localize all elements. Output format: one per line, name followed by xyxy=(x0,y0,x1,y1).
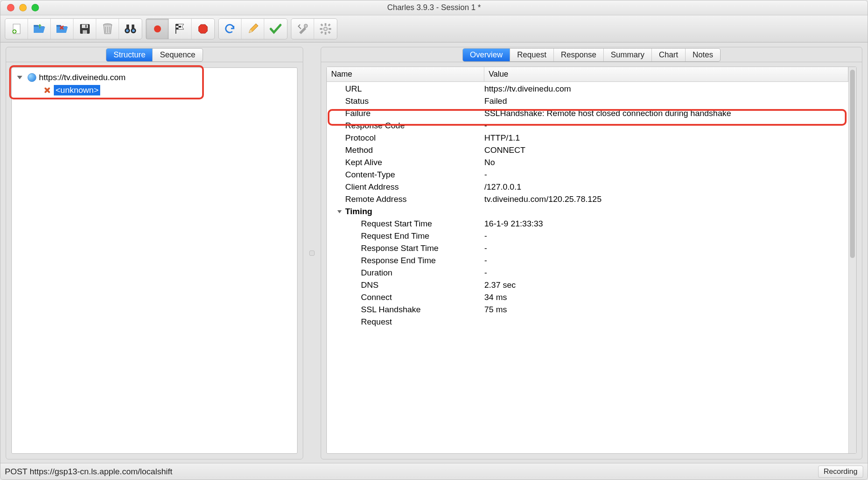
tab-request[interactable]: Request xyxy=(510,49,554,61)
scrollbar-thumb[interactable] xyxy=(850,70,855,258)
split-handle[interactable] xyxy=(308,47,316,459)
tab-overview[interactable]: Overview xyxy=(463,49,510,61)
key-status: Status xyxy=(327,96,484,106)
close-window-button[interactable] xyxy=(7,4,14,11)
svg-marker-14 xyxy=(199,25,207,33)
key-content-type: Content-Type xyxy=(327,170,484,180)
row-response-start-time[interactable]: Response Start Time- xyxy=(327,242,848,254)
key-timing: Timing xyxy=(345,207,372,216)
val-response-end-time: - xyxy=(484,256,848,265)
tab-notes[interactable]: Notes xyxy=(686,49,720,61)
key-response-end-time: Response End Time xyxy=(327,256,484,265)
row-status[interactable]: StatusFailed xyxy=(327,95,848,107)
tab-chart[interactable]: Chart xyxy=(652,49,686,61)
row-protocol[interactable]: ProtocolHTTP/1.1 xyxy=(327,132,848,144)
row-remote-address[interactable]: Remote Addresstv.diveinedu.com/120.25.78… xyxy=(327,193,848,205)
key-kept-alive: Kept Alive xyxy=(327,158,484,167)
find-button[interactable] xyxy=(119,19,142,39)
row-duration[interactable]: Duration- xyxy=(327,267,848,279)
right-panel: Overview Request Response Summary Chart … xyxy=(321,47,862,459)
val-request-start-time: 16-1-9 21:33:33 xyxy=(484,219,848,229)
row-response-end-time[interactable]: Response End Time- xyxy=(327,254,848,267)
row-timing[interactable]: Timing xyxy=(327,205,848,218)
disclosure-icon[interactable] xyxy=(337,210,342,213)
svg-point-12 xyxy=(132,29,135,32)
save-icon xyxy=(78,22,91,35)
svg-rect-10 xyxy=(132,25,134,29)
tab-response[interactable]: Response xyxy=(554,49,604,61)
compose-button[interactable] xyxy=(242,19,264,39)
throttle-button[interactable] xyxy=(169,19,192,39)
app-window: Charles 3.9.3 - Session 1 * xyxy=(0,0,868,480)
settings-button[interactable] xyxy=(314,19,337,39)
toolbar xyxy=(0,15,868,42)
svg-point-11 xyxy=(126,29,129,32)
svg-rect-17 xyxy=(325,23,326,26)
record-button[interactable] xyxy=(146,19,169,39)
row-request-end-time[interactable]: Request End Time- xyxy=(327,230,848,242)
refresh-icon xyxy=(224,22,237,35)
left-tabbar: Structure Sequence xyxy=(6,47,303,62)
content-area: Structure Sequence https://tv.diveinedu.… xyxy=(0,42,868,463)
svg-rect-20 xyxy=(329,28,331,30)
row-request-start-time[interactable]: Request Start Time16-1-9 21:33:33 xyxy=(327,218,848,230)
overview-body: Name Value URLhttps://tv.diveinedu.com S… xyxy=(326,67,857,454)
row-request-timing[interactable]: Request xyxy=(327,316,848,328)
val-kept-alive: No xyxy=(484,158,848,167)
tab-summary[interactable]: Summary xyxy=(604,49,652,61)
trash-icon xyxy=(101,22,114,35)
breakpoints-button[interactable] xyxy=(192,19,214,39)
check-icon xyxy=(269,22,282,35)
window-controls xyxy=(0,4,39,11)
left-panel: Structure Sequence https://tv.diveinedu.… xyxy=(6,47,303,459)
status-text: POST https://gsp13-cn.ls.apple.com/local… xyxy=(5,467,172,476)
row-connect[interactable]: Connect34 ms xyxy=(327,291,848,304)
pencil-icon xyxy=(246,22,259,35)
record-icon xyxy=(151,22,164,35)
tab-structure[interactable]: Structure xyxy=(106,49,153,61)
clear-session-button[interactable] xyxy=(96,19,119,39)
tools-button[interactable] xyxy=(291,19,314,39)
col-header-name[interactable]: Name xyxy=(327,67,484,81)
session-tree[interactable]: https://tv.diveinedu.com <unknown> xyxy=(11,67,298,454)
close-folder-icon xyxy=(56,22,69,35)
row-method[interactable]: MethodCONNECT xyxy=(327,144,848,156)
new-file-icon xyxy=(10,22,23,35)
open-folder-icon xyxy=(33,22,46,35)
save-session-button[interactable] xyxy=(74,19,96,39)
toolbar-group-tools xyxy=(291,18,337,39)
row-ssl-handshake[interactable]: SSL Handshake75 ms xyxy=(327,304,848,316)
annotation-highlight-tree xyxy=(9,65,204,99)
svg-rect-5 xyxy=(85,25,87,28)
row-content-type[interactable]: Content-Type- xyxy=(327,169,848,181)
scrollbar[interactable] xyxy=(848,67,856,453)
open-session-button[interactable] xyxy=(28,19,51,39)
overview-scroll[interactable]: Name Value URLhttps://tv.diveinedu.com S… xyxy=(327,67,848,453)
key-response-start-time: Response Start Time xyxy=(327,244,484,253)
key-protocol: Protocol xyxy=(327,133,484,143)
close-session-button[interactable] xyxy=(51,19,74,39)
recording-indicator[interactable]: Recording xyxy=(818,466,864,478)
tab-sequence[interactable]: Sequence xyxy=(153,49,202,61)
validate-button[interactable] xyxy=(264,19,287,39)
repeat-button[interactable] xyxy=(219,19,242,39)
row-dns[interactable]: DNS2.37 sec xyxy=(327,279,848,291)
right-tabbar: Overview Request Response Summary Chart … xyxy=(321,47,862,62)
stop-icon xyxy=(196,22,210,35)
gear-icon xyxy=(319,22,332,35)
svg-rect-18 xyxy=(325,32,326,35)
row-client-address[interactable]: Client Address/127.0.0.1 xyxy=(327,181,848,193)
window-title: Charles 3.9.3 - Session 1 * xyxy=(0,3,868,12)
key-dns: DNS xyxy=(327,280,484,290)
col-header-value[interactable]: Value xyxy=(484,67,848,81)
zoom-window-button[interactable] xyxy=(32,4,39,11)
minimize-window-button[interactable] xyxy=(19,4,27,11)
annotation-highlight-failure xyxy=(328,109,847,126)
row-url[interactable]: URLhttps://tv.diveinedu.com xyxy=(327,83,848,95)
svg-point-15 xyxy=(304,24,308,28)
left-tabs: Structure Sequence xyxy=(106,48,203,62)
new-session-button[interactable] xyxy=(5,19,28,39)
row-kept-alive[interactable]: Kept AliveNo xyxy=(327,156,848,169)
toolbar-group-actions xyxy=(218,18,287,39)
val-ssl-handshake: 75 ms xyxy=(484,305,848,314)
